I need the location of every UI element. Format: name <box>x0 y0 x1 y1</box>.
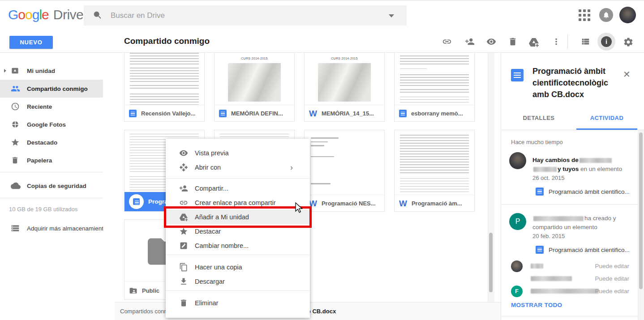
sidebar-item-label: Copias de seguridad <box>27 183 86 189</box>
buy-storage-item[interactable]: Adquirir más almacenamiento <box>0 219 103 237</box>
file-title: MEMÒRIA_14_15... <box>322 110 374 117</box>
menu-item-open-with[interactable]: Abrir con › <box>166 160 310 175</box>
file-card[interactable]: CURS 2014-2015 W MEMÒRIA_14_15... <box>304 53 385 122</box>
panel-divider <box>501 316 639 316</box>
storage-usage-text: 10 GB de 19 GB utilizados <box>9 206 77 213</box>
file-card[interactable]: CURS 2014-2015 MEMÒRIA DEFIN... <box>214 53 295 122</box>
file-title: Programació àm... <box>412 200 462 207</box>
menu-item-rename[interactable]: Cambiar nombre... <box>166 239 310 253</box>
file-card[interactable]: W Programació NES... <box>304 130 385 212</box>
thumb-heading: CURS 2014-2015 <box>305 57 384 60</box>
redacted-name <box>531 276 572 281</box>
trash-icon <box>179 299 188 307</box>
open-with-icon <box>179 163 188 172</box>
submenu-chevron-icon: › <box>290 163 293 172</box>
get-link-icon[interactable] <box>442 37 452 47</box>
file-thumbnail: CURS 2014-2015 <box>305 53 384 106</box>
activity-date: 26 oct. 2015 <box>532 175 565 181</box>
menu-item-make-copy[interactable]: Hacer una copia <box>166 260 310 274</box>
file-title: Recensión Vallejo... <box>141 110 195 117</box>
details-panel: Programació àmbit cientificotecnològic a… <box>501 53 644 320</box>
activity-file-chip[interactable]: Programació àmbit cientifico... <box>549 247 630 253</box>
shared-people-icon <box>11 84 20 94</box>
gdoc-icon <box>129 110 137 117</box>
sidebar-item-backups[interactable]: Copias de seguridad <box>0 177 103 195</box>
context-menu: Vista previa Abrir con › Compartir... Cr… <box>166 139 310 318</box>
add-to-drive-icon[interactable] <box>528 37 539 47</box>
user-avatar[interactable] <box>619 7 636 23</box>
tab-activity[interactable]: ACTIVIDAD <box>576 115 637 121</box>
gdoc-icon <box>133 198 140 205</box>
folder-title: Public <box>142 287 159 294</box>
gdoc-icon <box>399 110 407 117</box>
file-card[interactable]: esborrany memò... <box>394 53 475 122</box>
gdoc-icon <box>219 110 227 117</box>
activity-avatar-letter: P <box>509 213 526 230</box>
panel-file-title: Programació àmbit cientificotecnològic a… <box>532 65 624 100</box>
sidebar-item-label: Mi unidad <box>27 68 55 74</box>
gdoc-icon <box>536 188 544 196</box>
redacted-name <box>580 158 612 163</box>
star-icon <box>11 138 20 147</box>
menu-item-delete[interactable]: Eliminar <box>166 296 310 310</box>
activity-file-chip[interactable]: Programació àmbit cientifico... <box>549 188 630 195</box>
info-icon[interactable]: i <box>601 36 612 47</box>
activity-gray-text: en un elemento <box>580 166 622 172</box>
notifications-bell-icon[interactable] <box>599 8 613 22</box>
search-bar[interactable] <box>84 5 407 26</box>
menu-item-label: Abrir con <box>195 164 221 171</box>
search-options-caret-icon[interactable] <box>389 14 394 17</box>
word-icon: W <box>399 200 407 207</box>
activity-divider <box>501 204 639 205</box>
sidebar-item-recent[interactable]: Reciente <box>0 98 103 115</box>
close-icon[interactable]: ✕ <box>623 69 631 80</box>
menu-divider <box>166 255 310 255</box>
collaborator-row: F Puede editar <box>501 286 644 297</box>
preview-eye-icon[interactable] <box>486 37 496 47</box>
my-drive-icon <box>11 67 19 75</box>
thumb-sketch <box>228 63 281 102</box>
file-title: Programació NES... <box>322 200 376 207</box>
page-title: Compartido conmigo <box>124 36 210 46</box>
sidebar-item-trash[interactable]: Papelera <box>0 151 103 169</box>
tab-details[interactable]: DETALLES <box>508 115 569 121</box>
activity-bold-text: Hay cambios de <box>532 157 579 163</box>
file-card[interactable]: W Programació àm... <box>394 130 475 212</box>
menu-item-label: Destacar <box>195 228 221 235</box>
share-person-add-icon[interactable] <box>465 37 475 47</box>
list-view-icon[interactable] <box>580 37 590 47</box>
sidebar-item-google-photos[interactable]: Google Fotos <box>0 115 103 133</box>
main-scrollbar-thumb[interactable] <box>489 233 493 292</box>
sidebar-item-label: Google Fotos <box>27 121 66 128</box>
show-all-link[interactable]: MOSTRAR TODO <box>511 302 562 308</box>
settings-gear-icon[interactable] <box>623 37 634 47</box>
menu-item-share[interactable]: Compartir... <box>166 181 310 196</box>
file-card[interactable]: Recensión Vallejo... <box>124 53 205 122</box>
file-thumbnail <box>305 130 384 196</box>
permission-label: Puede editar <box>595 288 629 294</box>
panel-scrollbar-thumb[interactable] <box>639 132 643 289</box>
trash-icon[interactable] <box>508 37 518 47</box>
collaborator-avatar <box>511 260 523 272</box>
apps-grid-icon[interactable] <box>579 9 590 21</box>
activity-text: Hay cambios de y tuyos en un elemento <box>532 156 638 174</box>
menu-item-preview[interactable]: Vista previa <box>166 146 310 160</box>
clock-icon <box>11 102 20 111</box>
eye-icon <box>179 149 188 158</box>
toolbar-row <box>0 30 644 53</box>
shared-folder-icon <box>129 286 137 295</box>
redacted-name <box>531 289 599 294</box>
redacted-name <box>533 167 557 172</box>
buy-storage-label: Adquirir más almacenamiento <box>27 225 107 232</box>
sidebar-item-shared-with-me[interactable]: Compartido conmigo <box>0 80 103 98</box>
sidebar-item-label: Papelera <box>27 157 52 164</box>
search-input[interactable] <box>110 5 369 26</box>
more-options-icon[interactable] <box>551 37 561 47</box>
sidebar-item-my-drive[interactable]: Mi unidad <box>0 62 103 80</box>
storage-icon <box>11 224 20 233</box>
sidebar-item-starred[interactable]: Destacado <box>0 133 103 151</box>
activity-gray-text: ha creado y <box>584 215 616 222</box>
permission-label: Puede editar <box>595 263 629 269</box>
menu-item-download[interactable]: Descargar <box>166 274 310 289</box>
new-button[interactable]: NUEVO <box>9 36 53 49</box>
